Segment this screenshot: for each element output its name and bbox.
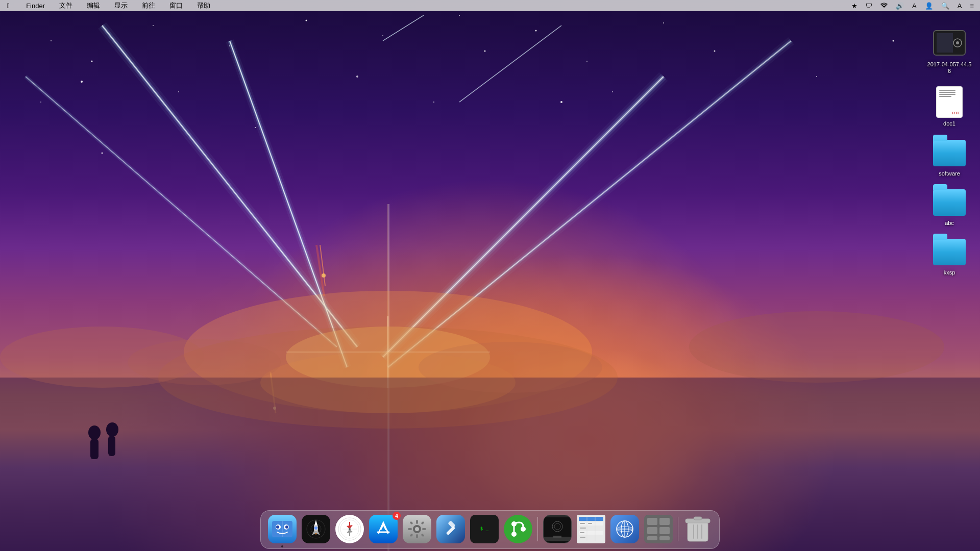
screenshot-label: 2017-04-057.44.56	[926, 61, 972, 74]
svg-point-14	[81, 81, 83, 83]
rtf-file-icon	[936, 86, 963, 118]
svg-point-93	[349, 528, 351, 530]
svg-point-61	[88, 425, 101, 440]
desktop-icon-software[interactable]: software	[924, 134, 975, 179]
safari-dock-icon	[335, 515, 364, 543]
svg-rect-116	[544, 517, 571, 537]
browser-dock-icon	[610, 515, 639, 543]
desktop-icon-doc1[interactable]: doc1	[924, 81, 975, 129]
svg-point-11	[102, 153, 103, 154]
edit-menu[interactable]: 编辑	[84, 0, 103, 11]
svg-point-110	[504, 515, 532, 543]
svg-rect-131	[580, 528, 586, 529]
finder-dock-icon	[268, 515, 297, 543]
desktop-icon-abc[interactable]: abc	[924, 183, 975, 229]
kxsp-label: kxsp	[944, 269, 955, 276]
dock-git[interactable]	[503, 514, 533, 544]
screensaver-icon	[543, 515, 572, 543]
svg-rect-144	[659, 527, 670, 534]
dock-safari[interactable]	[334, 514, 365, 544]
finder-menu[interactable]: Finder	[23, 1, 48, 11]
svg-rect-118	[553, 536, 561, 538]
file-menu[interactable]: 文件	[56, 0, 76, 11]
svg-rect-145	[647, 536, 657, 540]
siri-icon[interactable]: A	[955, 2, 964, 10]
dock-terminal[interactable]: $ _	[469, 514, 500, 544]
software-folder-icon	[933, 140, 966, 166]
svg-point-12	[178, 91, 179, 92]
xcode-dock-icon	[436, 515, 465, 543]
svg-rect-149	[694, 517, 702, 520]
svg-point-0	[51, 40, 52, 41]
help-menu[interactable]: 帮助	[194, 0, 213, 11]
svg-rect-142	[659, 518, 670, 525]
svg-point-63	[106, 422, 118, 437]
svg-point-21	[433, 102, 434, 103]
screenshot-icon	[933, 30, 966, 56]
svg-rect-94	[369, 515, 398, 543]
svg-point-23	[612, 91, 613, 92]
launchpad-dock-icon	[302, 515, 330, 543]
svg-point-72	[956, 41, 959, 44]
svg-rect-141	[647, 518, 657, 525]
dock-appstore[interactable]: 4	[368, 514, 399, 544]
svg-rect-101	[408, 528, 412, 530]
user-icon[interactable]: 👤	[923, 2, 935, 10]
svg-point-16	[714, 51, 716, 52]
desktop-icon-kxsp[interactable]: kxsp	[924, 233, 975, 278]
svg-rect-102	[422, 528, 426, 530]
desktop:  Finder 文件 编辑 显示 前往 窗口 帮助 ★ 🛡 🔊 A 👤 🔍 A…	[0, 0, 980, 551]
svg-point-66	[689, 311, 944, 383]
software-label: software	[939, 170, 960, 177]
svg-point-67	[419, 342, 602, 393]
dock-separator-1	[537, 517, 538, 541]
sysinfo-dock-icon	[577, 515, 605, 543]
syspref-dock-icon	[403, 515, 431, 543]
wifi-icon[interactable]	[878, 2, 890, 10]
git-dock-icon	[504, 515, 532, 543]
desktop-icon-screenshot[interactable]: 2017-04-057.44.56	[924, 24, 975, 77]
svg-point-5	[382, 35, 383, 36]
svg-point-78	[285, 525, 288, 529]
dock-finder[interactable]	[267, 514, 298, 544]
svg-point-4	[306, 20, 307, 21]
view-menu[interactable]: 显示	[111, 0, 131, 11]
menubar:  Finder 文件 编辑 显示 前往 窗口 帮助 ★ 🛡 🔊 A 👤 🔍 A…	[0, 0, 980, 11]
svg-rect-64	[108, 436, 115, 456]
svg-rect-62	[90, 439, 99, 459]
wallpaper-svg	[0, 0, 980, 551]
dock-screensaver[interactable]	[542, 514, 573, 544]
desktop-icons: 2017-04-057.44.56 doc1 software	[919, 20, 980, 282]
svg-point-9	[663, 22, 664, 23]
svg-rect-133	[580, 537, 585, 538]
apple-menu[interactable]: 	[4, 1, 13, 11]
dock-browser[interactable]	[609, 514, 640, 544]
dock-trash[interactable]	[682, 514, 713, 544]
svg-point-77	[276, 525, 279, 529]
terminal-icon: $ _	[470, 515, 499, 543]
svg-point-51	[322, 273, 326, 278]
svg-rect-143	[647, 527, 657, 534]
input-icon[interactable]: A	[910, 2, 919, 10]
search-icon[interactable]: 🔍	[939, 2, 951, 10]
svg-point-2	[153, 25, 154, 26]
abc-label: abc	[945, 220, 954, 227]
menu-icon[interactable]: ≡	[968, 2, 976, 10]
kxsp-folder-icon	[933, 239, 966, 265]
window-menu[interactable]: 窗口	[166, 0, 186, 11]
go-menu[interactable]: 前往	[139, 0, 158, 11]
svg-point-8	[586, 61, 587, 62]
svg-point-15	[560, 101, 562, 103]
shield-icon[interactable]: 🛡	[864, 2, 874, 10]
star-icon[interactable]: ★	[849, 2, 860, 10]
svg-rect-129	[580, 523, 585, 524]
volume-icon[interactable]: 🔊	[894, 2, 906, 10]
svg-point-17	[816, 76, 817, 77]
dock: 4	[260, 510, 720, 549]
dock-syspref[interactable]	[402, 514, 432, 544]
dock-xcode[interactable]	[435, 514, 466, 544]
dock-launchpad[interactable]	[301, 514, 331, 544]
dock-expose[interactable]	[643, 514, 674, 544]
dock-sysinfo[interactable]	[576, 514, 606, 544]
svg-rect-146	[659, 536, 670, 540]
